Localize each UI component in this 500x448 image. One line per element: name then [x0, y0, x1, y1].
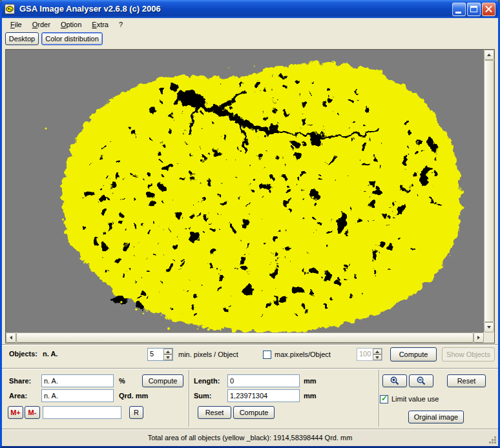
- menu-bar: File Order Option Extra ?: [2, 18, 498, 31]
- divider: [0, 368, 500, 369]
- object-blob: [62, 63, 461, 332]
- horizontal-scroll-thumb[interactable]: [16, 332, 474, 343]
- memory-minus-button[interactable]: M-: [25, 406, 40, 419]
- analyzed-image-canvas[interactable]: [6, 50, 484, 332]
- image-viewer-panel: [5, 49, 495, 343]
- objects-label: Objects:: [9, 350, 37, 358]
- vertical-scroll-thumb[interactable]: [484, 60, 494, 322]
- arrow-right-icon: [477, 336, 480, 340]
- minimize-button[interactable]: [452, 3, 466, 16]
- menu-option[interactable]: Option: [56, 19, 86, 30]
- memory-plus-button[interactable]: M+: [8, 406, 23, 419]
- share-unit-label: %: [119, 377, 125, 385]
- title-bar[interactable]: GSA Image Analyser v2.6.8 (c) 2006: [0, 0, 500, 18]
- spin-up-button[interactable]: [163, 349, 172, 354]
- maximize-icon: [470, 6, 477, 12]
- max-pixels-spinner: 100: [357, 348, 382, 361]
- reset-length-button[interactable]: Reset: [198, 406, 231, 419]
- scroll-left-button[interactable]: [6, 332, 16, 343]
- objects-value: n. A.: [43, 350, 57, 358]
- tab-desktop[interactable]: Desktop: [5, 32, 39, 45]
- close-button[interactable]: [482, 3, 495, 16]
- zoom-in-icon: [390, 376, 400, 386]
- memory-field[interactable]: [43, 406, 121, 419]
- compute-share-button[interactable]: Compute: [142, 374, 183, 387]
- scroll-down-button[interactable]: [484, 322, 494, 332]
- menu-help[interactable]: ?: [114, 19, 127, 30]
- min-pixels-value[interactable]: 5: [148, 349, 163, 360]
- check-icon: ✓: [381, 394, 388, 403]
- divider: [0, 344, 500, 345]
- horizontal-scrollbar[interactable]: [6, 332, 484, 343]
- minimize-icon: [455, 12, 461, 14]
- area-unit-label: Qrd. mm: [119, 392, 148, 400]
- status-bar: Total area of all objects (yellow _black…: [2, 429, 498, 446]
- scroll-right-button[interactable]: [474, 332, 484, 343]
- zoom-out-button[interactable]: [409, 374, 433, 387]
- min-pixels-spinner[interactable]: 5: [147, 348, 173, 361]
- maximize-button[interactable]: [467, 3, 481, 16]
- sum-field[interactable]: [227, 389, 300, 402]
- spin-up-button[interactable]: [373, 349, 382, 354]
- original-image-button[interactable]: Orginal image: [408, 411, 464, 423]
- window-title: GSA Image Analyser v2.6.8 (c) 2006: [19, 4, 161, 14]
- compute-length-button[interactable]: Compute: [233, 406, 275, 419]
- arrow-left-icon: [10, 336, 12, 340]
- tab-color-distribution[interactable]: Color distribution: [41, 32, 103, 45]
- arrow-down-icon: [487, 326, 491, 329]
- divider: [189, 370, 190, 427]
- length-field[interactable]: [227, 374, 300, 387]
- limit-value-label: Limit value use: [391, 395, 439, 403]
- memory-recall-button[interactable]: R: [129, 406, 143, 419]
- zoom-out-icon: [416, 376, 426, 386]
- spin-down-button[interactable]: [163, 354, 172, 360]
- scrollbar-corner: [484, 332, 494, 343]
- max-pixels-checkbox[interactable]: [263, 351, 271, 359]
- menu-file[interactable]: File: [6, 19, 26, 30]
- show-objects-button: Show Objects: [442, 347, 495, 361]
- scroll-up-button[interactable]: [484, 50, 494, 60]
- spin-down-icon: [166, 356, 170, 359]
- share-field[interactable]: [41, 374, 114, 387]
- reset-zoom-button[interactable]: Reset: [447, 374, 486, 387]
- length-unit-label: mm: [304, 377, 317, 385]
- spin-down-button[interactable]: [373, 354, 382, 360]
- app-icon: [5, 4, 15, 14]
- menu-order[interactable]: Order: [28, 19, 55, 30]
- min-pixels-label: min. pixels / Object: [178, 351, 238, 358]
- vertical-scrollbar[interactable]: [484, 50, 494, 332]
- share-label: Share:: [9, 377, 31, 385]
- resize-grip[interactable]: [488, 435, 497, 444]
- spin-up-icon: [166, 351, 170, 353]
- length-label: Length:: [194, 377, 220, 385]
- sum-unit-label: mm: [304, 392, 317, 400]
- limit-value-checkbox[interactable]: ✓: [380, 395, 388, 403]
- max-pixels-label: max.pixels/Object: [275, 351, 331, 358]
- area-label: Area:: [9, 392, 27, 400]
- app-window: GSA Image Analyser v2.6.8 (c) 2006 File …: [0, 0, 500, 448]
- area-field[interactable]: [41, 389, 114, 402]
- zoom-in-button[interactable]: [382, 374, 407, 387]
- compute-objects-button[interactable]: Compute: [390, 347, 437, 361]
- menu-extra[interactable]: Extra: [87, 19, 113, 30]
- sum-label: Sum:: [194, 392, 212, 400]
- arrow-up-icon: [487, 54, 491, 56]
- max-pixels-value: 100: [357, 349, 373, 360]
